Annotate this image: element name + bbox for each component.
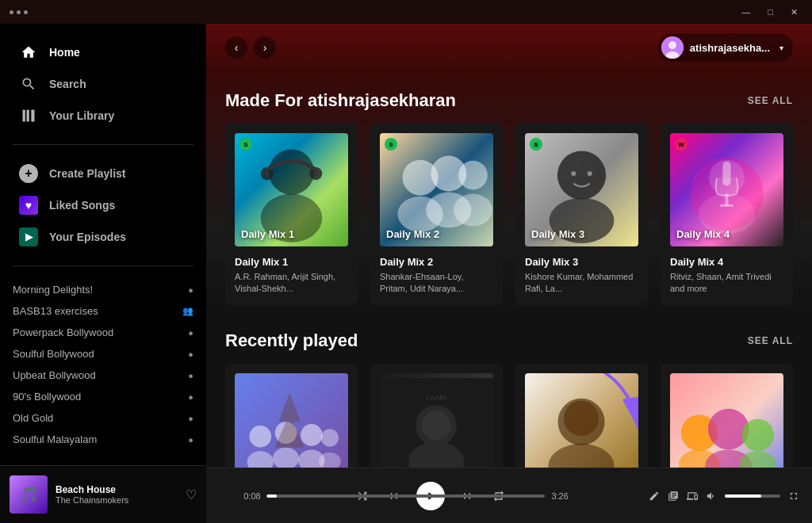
rp1-cover	[235, 373, 348, 468]
liked-songs-button[interactable]: ♥ Liked Songs	[6, 189, 200, 221]
daily-mix-1-card[interactable]: S Daily Mix 1	[225, 124, 358, 305]
liked-songs-label: Liked Songs	[49, 199, 115, 212]
dm2-cover-label: Daily Mix 2	[386, 228, 439, 240]
recently-played-title: Recently played	[225, 330, 358, 351]
playlist-item[interactable]: Powerpack Bollywood ●	[0, 322, 206, 343]
your-episodes-button[interactable]: ▶ Your Episodes	[6, 221, 200, 253]
svg-rect-26	[725, 194, 728, 206]
dm1-cover-label: Daily Mix 1	[241, 228, 294, 240]
daily-mix-4-card[interactable]: W Daily Mix 4	[661, 124, 793, 305]
playlist-item-soulful-bollywood[interactable]: Soulful Bollywood ●	[0, 343, 206, 365]
rp3-card[interactable]	[515, 364, 648, 468]
rp4-card[interactable]	[661, 364, 793, 468]
progress-bar[interactable]	[267, 494, 546, 498]
svg-rect-1	[27, 110, 29, 122]
sidebar-item-search[interactable]: Search	[6, 68, 200, 100]
user-badge[interactable]: atishrajasekhа... ▾	[658, 33, 793, 62]
create-playlist-button[interactable]: + Create Playlist	[6, 158, 200, 189]
volume-button[interactable]	[706, 491, 717, 502]
daily-mix-2-cover: S Daily Mix 2	[380, 133, 493, 246]
player-bar: 0:08 3:26	[206, 468, 812, 523]
queue-button[interactable]	[668, 491, 679, 502]
svg-point-35	[321, 429, 339, 446]
progress-section: 0:08 3:26	[243, 491, 569, 501]
rp2-cover: LAARI EXPLICIT	[380, 373, 493, 468]
total-time: 3:26	[551, 491, 568, 501]
made-for-cards: S Daily Mix 1	[225, 124, 793, 305]
playlist-item-icon: ●	[188, 371, 193, 380]
sidebar-home-label: Home	[49, 46, 80, 59]
search-icon	[19, 74, 38, 94]
window-controls[interactable]: — □ ✕	[737, 6, 802, 19]
sidebar: Home Search Your Library	[0, 24, 206, 523]
daily-mix-3-card[interactable]: S Daily Mix 3 Daily Mix 3	[515, 124, 648, 305]
playlist-list: Morning Delights! ● BASB13 exercises 👥 P…	[0, 273, 206, 465]
daily-mix-2-card[interactable]: S Daily Mix 2 Daily Mix 2	[370, 124, 503, 305]
home-icon	[19, 43, 38, 62]
playlist-item-old-gold[interactable]: Old Gold ●	[0, 407, 206, 429]
dm2-subtitle: Shankar-Ehsaan-Loy, Pritam, Udit Naraya.…	[380, 271, 493, 296]
recently-played-see-all[interactable]: SEE ALL	[748, 335, 793, 346]
svg-point-18	[557, 151, 606, 199]
made-for-see-all[interactable]: SEE ALL	[748, 95, 793, 106]
collab-icon: 👥	[182, 306, 193, 316]
svg-point-17	[454, 194, 492, 227]
playlist-item[interactable]: 90's Bollywood ●	[0, 386, 206, 407]
sidebar-item-home[interactable]: Home	[6, 36, 200, 68]
dm4-subtitle: Ritviz, Shaan, Amit Trivedi and more	[670, 271, 783, 296]
now-playing-info: Beach House The Chainsmokers	[56, 484, 178, 505]
minimize-button[interactable]: —	[737, 6, 755, 19]
daily-mix-4-cover: W Daily Mix 4	[670, 133, 783, 246]
rp2-card[interactable]: LAARI EXPLICIT	[370, 364, 503, 468]
now-playing-cover: 🎵	[10, 475, 48, 513]
svg-point-21	[588, 171, 592, 176]
dm3-title: Daily Mix 3	[525, 256, 638, 268]
svg-rect-2	[31, 110, 34, 122]
top-bar: ‹ › atishrajasekhа... ▾	[206, 24, 812, 71]
svg-rect-27	[720, 204, 733, 207]
svg-point-46	[564, 400, 599, 435]
playlist-item[interactable]: Upbeat Bollywood ●	[0, 365, 206, 386]
now-playing-title: Beach House	[56, 484, 178, 495]
svg-point-6	[269, 149, 314, 194]
dm4-cover-label: Daily Mix 4	[676, 228, 730, 240]
devices-button[interactable]	[687, 491, 698, 502]
dm3-subtitle: Kishore Kumar, Mohammed Rafi, La...	[525, 271, 638, 296]
playlist-item[interactable]: Soulful Malayalam ●	[0, 429, 206, 450]
dm2-title: Daily Mix 2	[380, 256, 493, 268]
fullscreen-button[interactable]	[788, 491, 799, 502]
close-button[interactable]: ✕	[786, 6, 802, 19]
made-for-section: Made For atishrajasekharan SEE ALL S	[225, 90, 793, 305]
svg-text:LAARI: LAARI	[426, 393, 447, 401]
sidebar-item-library[interactable]: Your Library	[6, 100, 200, 132]
volume-fill	[725, 494, 761, 498]
dm3-cover-label: Daily Mix 3	[531, 228, 584, 240]
playlist-item-icon: ●	[188, 392, 193, 402]
title-bar-dots	[10, 10, 28, 14]
dm1-subtitle: A.R. Rahman, Arijit Singh, Vishal-Shekh.…	[235, 271, 348, 296]
current-time: 0:08	[243, 491, 260, 501]
now-playing-sidebar: 🎵 Beach House The Chainsmokers ♡	[0, 465, 206, 523]
forward-button[interactable]: ›	[254, 36, 276, 59]
heart-icon: ♥	[19, 196, 38, 215]
avatar	[661, 36, 684, 59]
maximize-button[interactable]: □	[763, 6, 778, 19]
playlist-item[interactable]: BASB13 exercises 👥	[0, 300, 206, 322]
svg-point-51	[741, 418, 774, 451]
heart-toggle-button[interactable]: ♡	[186, 487, 197, 502]
dropdown-icon: ▾	[779, 44, 783, 52]
podcast-icon: ▶	[19, 227, 38, 246]
back-button[interactable]: ‹	[225, 36, 247, 59]
daily-mix-3-cover: S Daily Mix 3	[525, 133, 638, 246]
lyrics-button[interactable]	[649, 491, 660, 502]
sidebar-library-label: Your Library	[49, 109, 114, 122]
volume-bar[interactable]	[725, 494, 780, 498]
playlist-item-icon: ●	[188, 285, 193, 295]
player-right	[649, 491, 799, 502]
rp1-card[interactable]	[225, 364, 358, 468]
playlist-item-icon: ●	[188, 328, 193, 338]
playlist-item[interactable]: Morning Delights! ●	[0, 279, 206, 300]
now-playing-artist: The Chainsmokers	[56, 495, 178, 505]
section-header: Recently played SEE ALL	[225, 330, 793, 351]
svg-point-4	[668, 41, 676, 49]
